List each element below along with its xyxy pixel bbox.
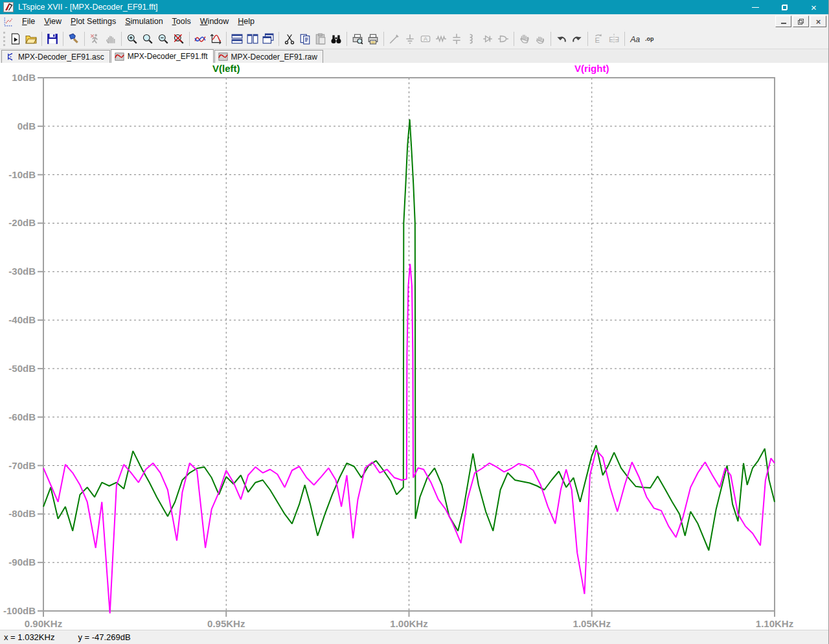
plot-settings-button[interactable] [208, 30, 223, 47]
capacitor-icon [451, 33, 462, 45]
toolbar-separator [346, 32, 347, 46]
toolbar-grip[interactable] [3, 32, 6, 46]
menu-view[interactable]: View [40, 15, 66, 28]
control-panel-button[interactable] [66, 30, 82, 47]
drag-button[interactable] [532, 30, 548, 47]
run-button[interactable] [87, 30, 103, 47]
x-axis-label: 1.10KHz [756, 618, 793, 629]
autorange-y-axis-button[interactable] [192, 30, 208, 47]
mdi-restore-button[interactable] [793, 16, 809, 27]
y-axis-label: -30dB [8, 266, 36, 277]
mdi-close-icon: × [816, 17, 821, 26]
y-axis-label: -50dB [8, 363, 36, 374]
text-button[interactable]: Aa [628, 30, 643, 47]
save-button[interactable] [45, 30, 60, 47]
zoom-full-extents-button[interactable] [171, 30, 187, 47]
waveform-icon [218, 52, 231, 62]
tab-mpx-decoder_ef91.asc[interactable]: MPX-Decoder_EF91.asc [1, 50, 110, 63]
menu-file[interactable]: File [17, 15, 40, 28]
move-icon [519, 33, 530, 45]
trace-vleft[interactable] [43, 119, 775, 550]
wire-icon [389, 33, 400, 45]
toolbar-separator [226, 32, 227, 46]
cascade-windows-icon [262, 33, 274, 45]
paste-button[interactable] [313, 30, 328, 47]
redo-button[interactable] [569, 30, 585, 47]
copy-button[interactable] [297, 30, 313, 47]
diode-button[interactable] [480, 30, 495, 47]
waveform-plot[interactable]: 10dB0dB-10dB-20dB-30dB-40dB-50dB-60dB-70… [0, 63, 829, 630]
tab-label: MPX-Decoder_EF91.fft [128, 52, 208, 61]
wire-button[interactable] [387, 30, 402, 47]
redo-icon [571, 33, 583, 45]
ground-icon [404, 33, 416, 45]
undo-button[interactable] [554, 30, 569, 47]
cascade-windows-button[interactable] [260, 30, 276, 47]
tab-mpx-decoder_ef91.fft[interactable]: MPX-Decoder_EF91.fft [111, 49, 214, 63]
restore-button[interactable] [770, 0, 799, 14]
cut-icon [284, 33, 295, 45]
print-button[interactable] [365, 30, 381, 47]
toolbar: AEEEAa.op [0, 29, 828, 49]
document-system-menu-icon[interactable] [3, 16, 14, 27]
menubar: FileViewPlot SettingsSimulationToolsWind… [0, 14, 828, 29]
component-button[interactable] [495, 30, 511, 47]
menu-simulation[interactable]: Simulation [120, 15, 167, 28]
trace-label-vright[interactable]: V(right) [574, 63, 609, 74]
x-axis-label: 1.05KHz [573, 618, 611, 629]
menu-window[interactable]: Window [196, 15, 233, 28]
zoom-in-button[interactable] [124, 30, 140, 47]
move-button[interactable] [517, 30, 532, 47]
zoom-out-button[interactable] [155, 30, 171, 47]
window-title: LTspice XVII - [MPX-Decoder_EF91.fft] [18, 3, 158, 12]
mdi-minimize-button[interactable] [775, 16, 791, 27]
halt-icon [105, 33, 117, 45]
svg-text:Aa: Aa [630, 34, 640, 43]
zoom-full-extents-icon [173, 33, 185, 45]
tile-vertically-button[interactable] [245, 30, 260, 47]
resistor-button[interactable] [433, 30, 449, 47]
open-icon [25, 33, 37, 45]
tile-horizontally-button[interactable] [229, 30, 245, 47]
toolbar-separator [551, 32, 551, 46]
run-icon [89, 33, 101, 45]
spice-directive-button[interactable]: .op [643, 30, 659, 47]
plot-area: 10dB0dB-10dB-20dB-30dB-40dB-50dB-60dB-70… [0, 63, 828, 630]
mirror-button[interactable]: EE [606, 30, 622, 47]
capacitor-button[interactable] [449, 30, 464, 47]
print-preview-button[interactable] [350, 30, 365, 47]
find-button[interactable] [328, 30, 344, 47]
halt-button[interactable] [103, 30, 119, 47]
trace-label-vleft[interactable]: V(left) [212, 63, 240, 74]
minimize-button[interactable] [741, 0, 770, 14]
tab-mpx-decoder_ef91.raw[interactable]: MPX-Decoder_EF91.raw [214, 50, 323, 63]
menu-plot-settings[interactable]: Plot Settings [66, 15, 120, 28]
ltspice-window: LTspice XVII - [MPX-Decoder_EF91.fft] × … [0, 0, 829, 644]
cut-button[interactable] [282, 30, 297, 47]
net-label-button[interactable]: A [418, 30, 433, 47]
autorange-y-axis-icon [194, 33, 206, 45]
ground-button[interactable] [402, 30, 418, 47]
print-preview-icon [352, 33, 363, 45]
zoom-back-icon [142, 33, 153, 45]
component-icon [497, 33, 509, 45]
rotate-button[interactable]: E [591, 30, 606, 47]
menu-tools[interactable]: Tools [168, 15, 196, 28]
waveform-icon [115, 52, 128, 62]
trace-vright[interactable] [43, 264, 775, 613]
zoom-back-button[interactable] [140, 30, 155, 47]
y-axis-label: -10dB [8, 169, 36, 180]
menu-help[interactable]: Help [233, 15, 259, 28]
save-icon [47, 33, 58, 45]
new-plot-button[interactable] [8, 30, 23, 47]
find-icon [330, 33, 342, 45]
inductor-button[interactable] [464, 30, 480, 47]
y-axis-label: -40dB [8, 314, 36, 325]
tile-vertically-icon [247, 33, 258, 45]
svg-text:.op: .op [645, 36, 654, 42]
toolbar-separator [63, 32, 63, 46]
close-button[interactable]: × [799, 0, 828, 14]
mdi-restore-icon [798, 19, 804, 25]
mdi-close-button[interactable]: × [810, 16, 826, 27]
open-button[interactable] [23, 30, 39, 47]
